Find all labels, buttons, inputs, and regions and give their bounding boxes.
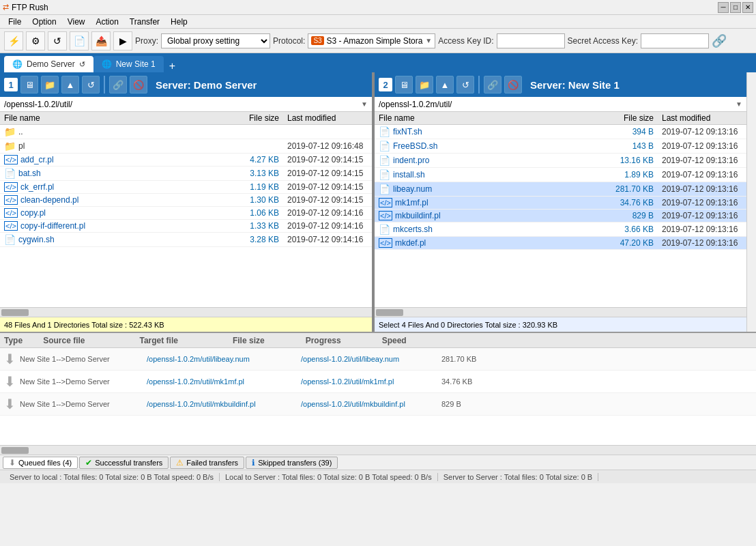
transfer-col-progress: Progress bbox=[306, 336, 341, 345]
panel-2-desktop-btn[interactable]: 🖥 bbox=[395, 76, 413, 94]
minimize-button[interactable]: ─ bbox=[718, 2, 729, 13]
transfer-hscroll[interactable] bbox=[0, 445, 756, 455]
table-row[interactable]: </>mkdef.pl 47.20 KB 2019-07-12 09:13:16 bbox=[375, 237, 746, 250]
panel-2-col-date[interactable]: Last modified bbox=[658, 112, 746, 125]
bottom-tab-icon-0: ⬇ bbox=[9, 458, 16, 468]
table-row[interactable]: 📄fixNT.sh 394 B 2019-07-12 09:13:16 bbox=[375, 125, 746, 139]
connect-button[interactable]: ⚡ bbox=[4, 31, 23, 51]
bottom-tab-3[interactable]: ℹSkipped transfers (39) bbox=[246, 457, 338, 469]
menu-file[interactable]: File bbox=[3, 16, 27, 28]
table-row[interactable]: 📄indent.pro 13.16 KB 2019-07-12 09:13:16 bbox=[375, 154, 746, 168]
table-row[interactable]: </>ck_errf.pl 1.19 KB 2019-07-12 09:14:1… bbox=[0, 181, 372, 194]
close-button[interactable]: ✕ bbox=[742, 2, 753, 13]
upload-button[interactable]: 📤 bbox=[91, 31, 111, 51]
transfer-col-type: Type bbox=[4, 336, 23, 345]
refresh-button[interactable]: ↺ bbox=[48, 31, 67, 51]
tab-new-site-1[interactable]: 🌐 New Site 1 bbox=[93, 56, 164, 72]
panel-2-link-btn[interactable]: 🔗 bbox=[484, 76, 501, 94]
bottom-tab-0[interactable]: ⬇Queued files (4) bbox=[3, 457, 78, 469]
bottom-tab-2[interactable]: ⚠Failed transfers bbox=[170, 457, 244, 469]
add-tab-button[interactable]: + bbox=[164, 60, 181, 72]
panel-1-col-size[interactable]: File size bbox=[229, 112, 283, 125]
menu-help[interactable]: Help bbox=[165, 16, 193, 28]
tab-new-site-1-icon: 🌐 bbox=[102, 59, 112, 69]
panel-2-status: Select 4 Files And 0 Directories Total s… bbox=[375, 317, 746, 332]
bottom-tab-label-0: Queued files (4) bbox=[18, 459, 72, 467]
bottom-tab-label-1: Successful transfers bbox=[95, 459, 162, 467]
access-key-input[interactable] bbox=[497, 33, 565, 48]
table-row[interactable]: </>copy-if-different.pl 1.33 KB 2019-07-… bbox=[0, 220, 372, 233]
panel-1-desktop-btn[interactable]: 🖥 bbox=[20, 76, 38, 94]
panel-1-folder-btn[interactable]: 📁 bbox=[41, 76, 59, 94]
tab-demo-server[interactable]: 🌐 Demo Server ↺ bbox=[4, 56, 93, 72]
panel-2-folder-btn[interactable]: 📁 bbox=[416, 76, 433, 94]
transfer-row[interactable]: ⬇ New Site 1-->Demo Server /openssl-1.0.… bbox=[0, 348, 756, 371]
titlebar: ⇄ FTP Rush ─ □ ✕ bbox=[0, 0, 756, 15]
settings-button[interactable]: ⚙ bbox=[26, 31, 45, 51]
protocol-dropdown-icon[interactable]: ▼ bbox=[425, 37, 432, 44]
menu-action[interactable]: Action bbox=[91, 16, 124, 28]
panel-1-path-text[interactable]: /openssl-1.0.2l/util/ bbox=[4, 100, 72, 109]
panel-2-hscroll[interactable] bbox=[375, 307, 746, 317]
transfer-col-speed: Speed bbox=[382, 336, 407, 345]
statusbar: Server to local : Total files: 0 Total s… bbox=[0, 470, 756, 483]
s3-badge: S3 bbox=[311, 36, 323, 45]
table-row[interactable]: 📄cygwin.sh 3.28 KB 2019-07-12 09:14:16 bbox=[0, 233, 372, 247]
panel-1-refresh-btn[interactable]: ↺ bbox=[82, 76, 100, 94]
panel-1-up-btn[interactable]: ▲ bbox=[61, 76, 79, 94]
table-row[interactable]: 📄libeay.num 281.70 KB 2019-07-12 09:13:1… bbox=[375, 182, 746, 197]
transfer-hscroll-thumb bbox=[1, 447, 29, 454]
panel-1-divider bbox=[104, 76, 105, 94]
panel-1-path-dropdown[interactable]: ▼ bbox=[361, 100, 368, 108]
app-title: FTP Rush bbox=[12, 3, 48, 12]
panel-2-path-text[interactable]: /openssl-1.0.2m/util/ bbox=[379, 100, 452, 109]
table-row[interactable]: </>clean-depend.pl 1.30 KB 2019-07-12 09… bbox=[0, 194, 372, 207]
panel-1-hscroll[interactable] bbox=[0, 307, 372, 317]
panel-2-col-size[interactable]: File size bbox=[596, 112, 658, 125]
access-key-label: Access Key ID: bbox=[438, 36, 493, 46]
bottom-tab-1[interactable]: ✔Successful transfers bbox=[79, 457, 169, 469]
transfer-row[interactable]: ⬇ New Site 1-->Demo Server /openssl-1.0.… bbox=[0, 371, 756, 393]
tab-new-site-1-label: New Site 1 bbox=[116, 59, 156, 69]
table-row[interactable]: 📁.. bbox=[0, 125, 372, 139]
table-row[interactable]: 📄install.sh 1.89 KB 2019-07-12 09:13:16 bbox=[375, 168, 746, 182]
table-row[interactable]: 📄FreeBSD.sh 143 B 2019-07-12 09:13:16 bbox=[375, 139, 746, 154]
table-row[interactable]: </>mk1mf.pl 34.76 KB 2019-07-12 09:13:16 bbox=[375, 197, 746, 210]
table-row[interactable]: </>copy.pl 1.06 KB 2019-07-12 09:14:16 bbox=[0, 207, 372, 220]
table-row[interactable]: 📁pl 2019-07-12 09:16:48 bbox=[0, 139, 372, 154]
maximize-button[interactable]: □ bbox=[730, 2, 741, 13]
transfer-col-size: File size bbox=[233, 336, 265, 345]
table-row[interactable]: </>mkbuildinf.pl 829 B 2019-07-12 09:13:… bbox=[375, 210, 746, 222]
transfer-col-target: Target file bbox=[139, 336, 177, 345]
panel-1-col-name[interactable]: File name bbox=[0, 112, 229, 125]
panel-1-link-btn[interactable]: 🔗 bbox=[109, 76, 127, 94]
panel-1-title: Server: Demo Server bbox=[156, 79, 257, 91]
panel-1-hscroll-thumb bbox=[1, 309, 29, 316]
panel-2-refresh-btn[interactable]: ↺ bbox=[456, 76, 474, 94]
new-file-button[interactable]: 📄 bbox=[70, 31, 89, 51]
panel-2-col-name[interactable]: File name bbox=[375, 112, 596, 125]
table-row[interactable]: </>add_cr.pl 4.27 KB 2019-07-12 09:14:15 bbox=[0, 154, 372, 167]
secret-key-input[interactable] bbox=[641, 33, 709, 48]
terminal-button[interactable]: ▶ bbox=[113, 31, 132, 51]
transfer-list: ⬇ New Site 1-->Demo Server /openssl-1.0.… bbox=[0, 348, 756, 445]
panel-2-divider bbox=[478, 76, 480, 94]
menubar: File Option View Action Transfer Help bbox=[0, 15, 756, 29]
menu-view[interactable]: View bbox=[62, 16, 91, 28]
menu-option[interactable]: Option bbox=[27, 16, 61, 28]
panel-2-path-dropdown[interactable]: ▼ bbox=[736, 100, 742, 108]
table-row[interactable]: 📄bat.sh 3.13 KB 2019-07-12 09:14:15 bbox=[0, 167, 372, 181]
transfer-col-source: Source file bbox=[43, 336, 85, 345]
transfer-row[interactable]: ⬇ New Site 1-->Demo Server /openssl-1.0.… bbox=[0, 393, 756, 416]
panel-1-ban-btn[interactable]: 🚫 bbox=[130, 76, 147, 94]
tab-demo-server-refresh[interactable]: ↺ bbox=[79, 60, 85, 69]
panel-1-col-date[interactable]: Last modified bbox=[283, 112, 372, 125]
panel-2-num: 2 bbox=[379, 78, 392, 91]
panel-2-ban-btn[interactable]: 🚫 bbox=[504, 76, 522, 94]
right-scrollbar[interactable] bbox=[746, 72, 756, 332]
menu-transfer[interactable]: Transfer bbox=[124, 16, 165, 28]
panel-2-up-btn[interactable]: ▲ bbox=[436, 76, 454, 94]
status-server-to-local: Server to local : Total files: 0 Total s… bbox=[4, 473, 220, 481]
table-row[interactable]: 📄mkcerts.sh 3.66 KB 2019-07-12 09:13:16 bbox=[375, 222, 746, 237]
proxy-select[interactable]: Global proxy setting bbox=[161, 33, 270, 48]
